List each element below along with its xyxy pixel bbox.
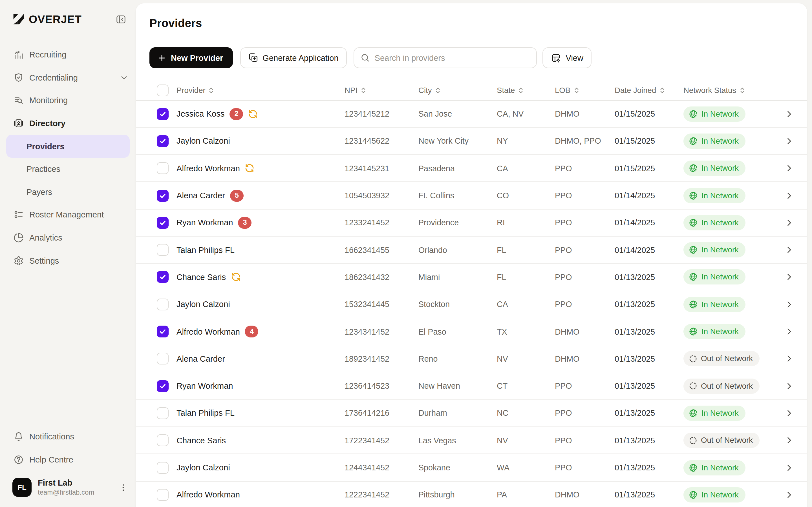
date-joined-cell: 01/15/2025 [615, 109, 683, 118]
table-row[interactable]: Ryan Workman 3 1233241452 Providence RI … [136, 209, 807, 237]
table-row[interactable]: Jaylon Calzoni 1532341445 Stockton CA PP… [136, 291, 807, 318]
row-checkbox[interactable] [157, 271, 168, 283]
table-row[interactable]: Jaylon Calzoni 1244341452 Spokane WA PPO… [136, 454, 807, 482]
network-status-cell: Out of Network [683, 433, 781, 448]
generate-application-button[interactable]: Generate Application [240, 47, 347, 68]
row-chevron-right-icon[interactable] [781, 218, 794, 228]
row-checkbox[interactable] [157, 326, 168, 337]
row-checkbox[interactable] [157, 434, 168, 446]
row-chevron-right-icon[interactable] [781, 109, 794, 119]
row-checkbox[interactable] [157, 217, 168, 229]
provider-cell: Alena Carder [176, 354, 345, 363]
select-all-checkbox[interactable] [157, 85, 168, 97]
row-checkbox[interactable] [157, 489, 168, 501]
row-chevron-right-icon[interactable] [781, 272, 794, 282]
sidebar-footer: Notifications Help Centre FL First Lab t… [0, 425, 136, 507]
row-checkbox-cell [157, 462, 176, 473]
sidebar-item-notifications[interactable]: Notifications [0, 425, 136, 448]
row-checkbox-cell [157, 244, 176, 256]
network-status-cell: In Network [683, 133, 781, 149]
column-header-lob[interactable]: LOB [555, 87, 615, 95]
table-row[interactable]: Alfredo Workman 1234145231 Pasadena CA P… [136, 155, 807, 182]
table-row[interactable]: Alena Carder 1892341452 Reno NV DHMO 01/… [136, 345, 807, 373]
row-checkbox[interactable] [157, 108, 168, 120]
row-chevron-right-icon[interactable] [781, 327, 794, 336]
state-cell: NC [497, 409, 555, 418]
sidebar-item-providers[interactable]: Providers [6, 135, 130, 158]
column-header-npi[interactable]: NPI [345, 87, 418, 95]
row-checkbox[interactable] [157, 353, 168, 365]
table-row[interactable]: Talan Philips FL 1736414216 Durham NC PP… [136, 400, 807, 427]
user-menu-dots-icon[interactable] [118, 483, 128, 492]
sidebar-item-credentialing[interactable]: Credentialing [0, 66, 136, 89]
column-header-city[interactable]: City [418, 87, 497, 95]
sidebar-item-practices[interactable]: Practices [0, 158, 136, 180]
row-chevron-right-icon[interactable] [781, 490, 794, 500]
sidebar-item-directory[interactable]: Directory [0, 112, 136, 135]
sidebar-collapse-icon[interactable] [113, 12, 128, 26]
state-cell: CT [497, 381, 555, 390]
state-cell: TX [497, 327, 555, 336]
column-header-date-joined[interactable]: Date Joined [615, 87, 683, 95]
sidebar-item-roster-management[interactable]: Roster Management [0, 203, 136, 226]
row-checkbox[interactable] [157, 462, 168, 473]
row-chevron-right-icon[interactable] [781, 463, 794, 472]
lob-cell: DHMO [555, 354, 615, 363]
table-row[interactable]: Talan Philips FL 1662341455 Orlando FL P… [136, 237, 807, 264]
row-chevron-right-icon[interactable] [781, 191, 794, 200]
table-row[interactable]: Jaylon Calzoni 1231445622 New York City … [136, 128, 807, 155]
row-checkbox[interactable] [157, 162, 168, 174]
row-chevron-right-icon[interactable] [781, 245, 794, 255]
network-status-cell: In Network [683, 406, 781, 421]
row-checkbox[interactable] [157, 407, 168, 419]
user-row[interactable]: FL First Lab team@firstlab.com [0, 471, 136, 501]
date-joined-cell: 01/13/2025 [615, 354, 683, 363]
sidebar-item-monitoring[interactable]: Monitoring [0, 89, 136, 112]
row-checkbox-cell [157, 380, 176, 392]
sidebar-item-settings[interactable]: Settings [0, 249, 136, 272]
row-chevron-right-icon[interactable] [781, 381, 794, 391]
network-status-badge: Out of Network [683, 433, 760, 448]
new-provider-button[interactable]: New Provider [149, 47, 233, 68]
view-button[interactable]: View [543, 47, 592, 68]
table-row[interactable]: Alfredo Workman 4 1234341452 El Paso TX … [136, 318, 807, 346]
search-input[interactable] [375, 53, 530, 62]
table-row[interactable]: Ryan Workman 1236414523 New Haven CT PPO… [136, 373, 807, 400]
search-box[interactable] [354, 47, 537, 68]
row-checkbox[interactable] [157, 298, 168, 310]
network-status-cell: In Network [683, 487, 781, 503]
page-header: Providers [136, 3, 807, 38]
lob-cell: DHMO [555, 490, 615, 499]
globe-check-icon [689, 490, 698, 500]
row-chevron-right-icon[interactable] [781, 299, 794, 309]
row-checkbox[interactable] [157, 244, 168, 256]
table-row[interactable]: Chance Saris 1722341452 Las Vegas NV PPO… [136, 427, 807, 454]
recruiting-icon [13, 50, 24, 60]
table-row[interactable]: Alfredo Workman 1222341452 Pittsburgh PA… [136, 482, 807, 507]
row-checkbox[interactable] [157, 380, 168, 392]
lob-cell: PPO [555, 381, 615, 390]
row-checkbox-cell [157, 489, 176, 501]
network-status-badge: In Network [683, 188, 746, 203]
provider-cell: Jaylon Calzoni [176, 136, 345, 146]
provider-cell: Chance Saris [176, 436, 345, 445]
sidebar-item-recruiting[interactable]: Recruiting [0, 43, 136, 66]
sidebar-item-help-centre[interactable]: Help Centre [0, 448, 136, 471]
network-status-cell: In Network [683, 215, 781, 230]
sidebar-item-analytics[interactable]: Analytics [0, 226, 136, 249]
row-chevron-right-icon[interactable] [781, 436, 794, 445]
row-chevron-right-icon[interactable] [781, 163, 794, 173]
column-header-network-status[interactable]: Network Status [683, 87, 781, 95]
row-checkbox[interactable] [157, 189, 168, 202]
row-chevron-right-icon[interactable] [781, 408, 794, 418]
table-row[interactable]: Jessica Koss 2 1234145212 San Jose CA, N… [136, 101, 807, 128]
table-row[interactable]: Chance Saris 1862341432 Miami FL PPO 01/… [136, 264, 807, 291]
table-row[interactable]: Alena Carder 5 1054503932 Ft. Collins CO… [136, 182, 807, 210]
sidebar-item-payers[interactable]: Payers [0, 180, 136, 203]
row-checkbox[interactable] [157, 135, 168, 147]
city-cell: Spokane [418, 463, 497, 472]
column-header-provider[interactable]: Provider [176, 87, 345, 95]
row-chevron-right-icon[interactable] [781, 354, 794, 363]
column-header-state[interactable]: State [497, 87, 555, 95]
row-chevron-right-icon[interactable] [781, 136, 794, 146]
